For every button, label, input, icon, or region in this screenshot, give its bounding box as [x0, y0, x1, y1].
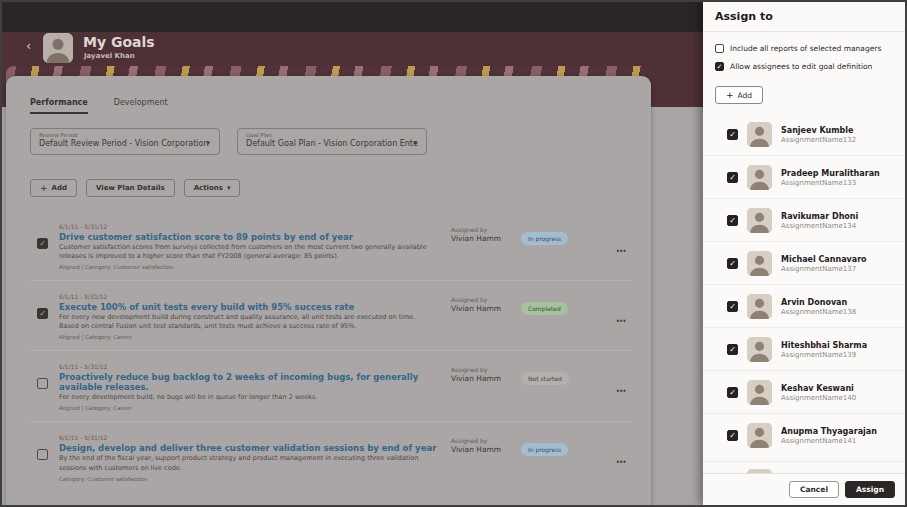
assigned-by-name: Vivian Hamm	[451, 445, 515, 454]
assignee-avatar	[747, 165, 772, 190]
global-top-bar	[2, 2, 707, 32]
goal-meta: Aligned | Category: Career	[59, 405, 437, 411]
assignee-checkbox[interactable]: ✓	[727, 301, 738, 312]
cancel-button[interactable]: Cancel	[789, 481, 839, 498]
assignee-row[interactable]: ✓ Arvin Donovan AssignmentName138	[703, 284, 905, 327]
more-actions-icon[interactable]: ⋯	[616, 245, 627, 256]
assignee-assignment: AssignmentName139	[781, 351, 867, 359]
allow-edit-checkbox[interactable]: ✓	[715, 62, 724, 71]
goal-title-link[interactable]: Execute 100% of unit tests every build w…	[59, 302, 437, 312]
review-period-value: Default Review Period - Vision Corporati…	[39, 139, 211, 148]
assignee-text: Anupma Thyagarajan AssignmentName141	[781, 427, 877, 445]
include-reports-checkbox[interactable]: ✓	[715, 44, 724, 53]
assignee-checkbox[interactable]: ✓	[727, 258, 738, 269]
goal-plan-dropdown[interactable]: Goal Plan Default Goal Plan - Vision Cor…	[237, 128, 427, 155]
review-period-dropdown[interactable]: Review Period Default Review Period - Vi…	[30, 128, 220, 155]
assignee-assignment: AssignmentName133	[781, 179, 880, 187]
check-icon: ✓	[728, 130, 737, 140]
goal-status: Completed	[521, 293, 568, 340]
assignee-assignment: AssignmentName138	[781, 308, 856, 316]
check-icon: ✓	[728, 431, 737, 441]
allow-edit-label: Allow assignees to edit goal definition	[730, 62, 872, 71]
actions-button[interactable]: Actions ▾	[184, 179, 241, 197]
tab-performance[interactable]: Performance	[30, 98, 88, 114]
option-allow-edit: ✓ Allow assignees to edit goal definitio…	[715, 62, 893, 71]
assignee-list: ✓ Sanjeev Kumble AssignmentName132 ✓	[703, 113, 905, 461]
assignee-row[interactable]: ✓ Hiteshbhai Sharma AssignmentName139	[703, 327, 905, 370]
more-actions-icon[interactable]: ⋯	[616, 385, 627, 396]
goal-main: 6/1/11 - 5/31/12 Design, develop and del…	[59, 434, 437, 481]
assignee-avatar	[747, 337, 772, 362]
goal-row: ✓ 6/1/11 - 5/31/12 Proactively reduce bu…	[30, 350, 633, 421]
assignee-checkbox[interactable]: ✓	[727, 344, 738, 355]
goal-description: For every development build, no bugs wil…	[59, 393, 437, 402]
assignee-name: Arvin Donovan	[781, 298, 856, 307]
goal-main: 6/1/11 - 5/31/12 Proactively reduce bug …	[59, 363, 437, 411]
goal-description: Customer satisfaction scores from survey…	[59, 243, 437, 261]
add-assignee-button[interactable]: + Add	[715, 86, 763, 104]
assignee-row-partial	[703, 461, 905, 473]
goal-meta: Aligned | Category: Customer satisfactio…	[59, 264, 437, 270]
include-reports-label: Include all reports of selected managers	[730, 44, 881, 53]
more-actions-icon[interactable]: ⋯	[616, 456, 627, 467]
assignee-name: Michael Cannavaro	[781, 255, 867, 264]
goal-checkbox[interactable]: ✓	[37, 238, 48, 249]
goal-checkbox[interactable]: ✓	[37, 449, 48, 460]
add-goal-button[interactable]: + Add	[30, 179, 77, 197]
assignee-assignment: AssignmentName141	[781, 437, 877, 445]
goal-title-link[interactable]: Proactively reduce bug backlog to 2 week…	[59, 372, 437, 392]
back-button[interactable]: ‹	[26, 39, 31, 52]
check-icon: ✓	[38, 239, 47, 249]
goal-meta: Aligned | Category: Career	[59, 334, 437, 340]
option-include-reports: ✓ Include all reports of selected manage…	[715, 44, 893, 53]
goal-list: ✓ 6/1/11 - 5/31/12 Drive customer satisf…	[30, 211, 633, 492]
assignee-row[interactable]: ✓ Michael Cannavaro AssignmentName137	[703, 241, 905, 284]
plus-icon: +	[726, 90, 734, 100]
assignee-row[interactable]: ✓ Anupma Thyagarajan AssignmentName141	[703, 413, 905, 456]
assignee-assignment: AssignmentName132	[781, 136, 856, 144]
goal-meta: Category: Customer satisfaction	[59, 476, 437, 482]
goals-card: Performance Development Review Period De…	[6, 76, 651, 507]
panel-add-row: + Add	[715, 83, 893, 104]
assigned-by-name: Vivian Hamm	[451, 234, 515, 243]
assign-button[interactable]: Assign	[845, 481, 895, 498]
goal-row: ✓ 6/1/11 - 5/31/12 Drive customer satisf…	[30, 211, 633, 280]
tab-development[interactable]: Development	[114, 98, 168, 114]
assignee-avatar	[747, 380, 772, 405]
goal-main: 6/1/11 - 5/31/12 Execute 100% of unit te…	[59, 293, 437, 340]
goal-assigned-by: Assigned by Vivian Hamm	[451, 363, 515, 411]
goal-dates: 6/1/11 - 5/31/12	[59, 223, 437, 230]
more-actions-icon[interactable]: ⋯	[616, 315, 627, 326]
assignee-checkbox[interactable]: ✓	[727, 430, 738, 441]
assignee-checkbox[interactable]: ✓	[727, 172, 738, 183]
assigned-by-label: Assigned by	[451, 296, 515, 303]
assignee-checkbox[interactable]: ✓	[727, 387, 738, 398]
assignee-text: Michael Cannavaro AssignmentName137	[781, 255, 867, 273]
goal-status: Not started	[521, 363, 569, 411]
assign-to-panel: Assign to ✓ Include all reports of selec…	[703, 2, 905, 505]
chevron-left-icon: ‹	[26, 38, 31, 53]
check-icon: ✓	[728, 345, 737, 355]
panel-title: Assign to	[703, 2, 905, 32]
assignee-row[interactable]: ✓ Ravikumar Dhoni AssignmentName134	[703, 198, 905, 241]
assignee-checkbox[interactable]: ✓	[727, 215, 738, 226]
goal-checkbox[interactable]: ✓	[37, 378, 48, 389]
assignee-row[interactable]: ✓ Pradeep Muralitharan AssignmentName133	[703, 155, 905, 198]
goal-row: ✓ 6/1/11 - 5/31/12 Execute 100% of unit …	[30, 280, 633, 350]
assignee-row[interactable]: ✓ Sanjeev Kumble AssignmentName132	[703, 113, 905, 155]
goal-title-link[interactable]: Design, develop and deliver three custom…	[59, 443, 437, 453]
goal-status: In progress	[521, 223, 568, 270]
assigned-by-name: Vivian Hamm	[451, 304, 515, 313]
goals-toolbar: + Add View Plan Details Actions ▾	[30, 179, 651, 197]
check-icon: ✓	[38, 309, 47, 319]
goal-title-link[interactable]: Drive customer satisfaction score to 89 …	[59, 232, 437, 242]
view-plan-details-button[interactable]: View Plan Details	[86, 179, 175, 197]
assignee-avatar	[747, 122, 772, 147]
goal-dates: 6/1/11 - 5/31/12	[59, 434, 437, 441]
goal-dates: 6/1/11 - 5/31/12	[59, 293, 437, 300]
assignee-row[interactable]: ✓ Keshav Keswani AssignmentName140	[703, 370, 905, 413]
assignee-checkbox[interactable]: ✓	[727, 129, 738, 140]
assignee-text: Sanjeev Kumble AssignmentName132	[781, 126, 856, 144]
view-plan-details-label: View Plan Details	[96, 184, 165, 192]
goal-checkbox[interactable]: ✓	[37, 308, 48, 319]
